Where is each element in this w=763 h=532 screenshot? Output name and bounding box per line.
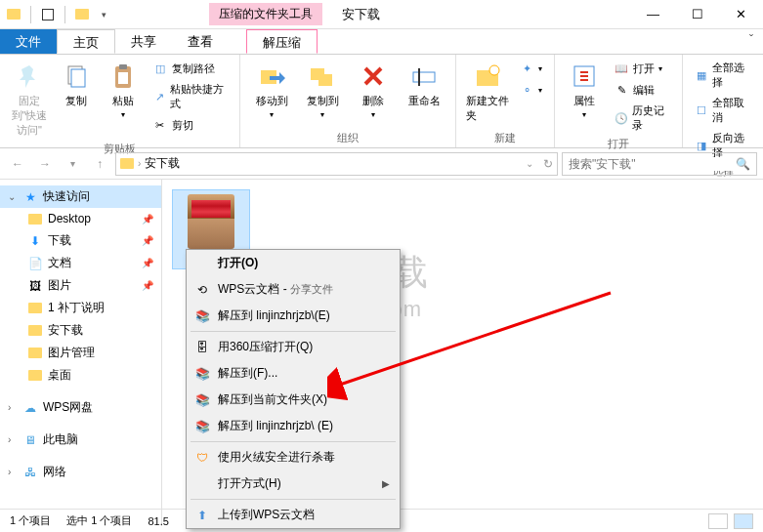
archive-icon: 📚	[194, 392, 210, 408]
properties-button[interactable]: 属性▾	[563, 59, 606, 121]
status-selected-count: 选中 1 个项目	[66, 513, 132, 528]
easy-access-button[interactable]: ⚬▾	[515, 80, 546, 100]
rename-button[interactable]: 重命名	[401, 59, 447, 110]
ribbon-group-organize: 移动到▾ 复制到▾ 删除▾ 重命名 组织	[240, 55, 456, 147]
folder-icon	[27, 323, 43, 339]
move-icon	[256, 61, 287, 92]
view-details-button[interactable]	[708, 513, 728, 529]
scissors-icon: ✂	[152, 117, 168, 133]
paste-shortcut-button[interactable]: ↗粘贴快捷方式	[148, 80, 232, 113]
history-button[interactable]: 🕓历史记录	[610, 102, 674, 135]
rename-icon	[408, 61, 440, 92]
tab-file[interactable]: 文件	[0, 29, 57, 54]
history-icon: 🕓	[614, 110, 627, 126]
menu-item-huorong[interactable]: 🛡使用火绒安全进行杀毒	[187, 444, 400, 471]
sidebar-item-downloads[interactable]: ⬇下载📌	[0, 229, 161, 252]
ribbon-group-open: 属性▾ 📖打开▾ ✎编辑 🕓历史记录 打开	[555, 55, 683, 147]
open-button[interactable]: 📖打开▾	[610, 59, 674, 78]
sidebar-item-patch[interactable]: 1 补丁说明	[0, 297, 161, 319]
menu-item-extract-to-1[interactable]: 📚解压到 linjinzhrjzb\(E)	[187, 303, 400, 329]
delete-button[interactable]: 删除▾	[350, 59, 397, 121]
sidebar-item-pic-mgmt[interactable]: 图片管理	[0, 342, 161, 364]
new-folder-icon	[472, 61, 503, 92]
paste-button[interactable]: 粘贴 ▾	[102, 59, 145, 121]
sidebar-item-desktop2[interactable]: 桌面	[0, 364, 161, 387]
ribbon-expand-button[interactable]: ˇ	[740, 29, 763, 54]
group-label: 打开	[563, 135, 674, 153]
search-icon[interactable]: 🔍	[736, 157, 750, 171]
folder-icon	[120, 158, 134, 169]
properties-icon	[569, 61, 600, 92]
chevron-down-icon: ▾	[658, 64, 662, 73]
sidebar-item-wps[interactable]: ›☁WPS网盘	[0, 396, 161, 419]
blank-icon	[194, 476, 210, 492]
view-large-icons-button[interactable]	[734, 513, 753, 529]
svg-rect-1	[71, 69, 85, 87]
cut-button[interactable]: ✂剪切	[148, 115, 232, 135]
search-input[interactable]	[569, 157, 736, 171]
sidebar-item-quick-access[interactable]: ⌄★快速访问	[0, 185, 161, 208]
folder-icon	[27, 211, 43, 226]
new-item-icon: ✦	[519, 61, 534, 76]
pin-icon: 📌	[142, 235, 153, 246]
minimize-button[interactable]: —	[631, 0, 675, 29]
window-title: 安下载	[342, 6, 380, 23]
copy-button[interactable]: 复制	[55, 59, 98, 110]
sidebar-item-this-pc[interactable]: ›🖥此电脑	[0, 429, 161, 451]
group-label: 组织	[248, 129, 447, 147]
caret-icon: ›	[8, 434, 18, 445]
refresh-icon[interactable]: ↻	[543, 157, 553, 171]
chevron-right-icon: ›	[138, 158, 141, 169]
dropdown-icon[interactable]: ▾	[96, 7, 111, 22]
sidebar-item-desktop[interactable]: Desktop📌	[0, 208, 161, 229]
new-item-button[interactable]: ✦▾	[515, 59, 546, 78]
breadcrumb-segment[interactable]: 安下载	[145, 155, 180, 172]
edit-button[interactable]: ✎编辑	[610, 80, 674, 100]
select-all-button[interactable]: ▦全部选择	[691, 59, 755, 92]
back-button[interactable]: ←	[6, 152, 29, 176]
paste-icon	[107, 61, 139, 92]
status-size: 81.5	[148, 515, 168, 527]
recent-dropdown[interactable]: ▾	[61, 152, 84, 176]
sidebar-item-network[interactable]: ›🖧网络	[0, 461, 161, 483]
menu-item-extract-here[interactable]: 📚解压到当前文件夹(X)	[187, 387, 400, 413]
menu-item-wps-cloud[interactable]: ⟲WPS云文档 - 分享文件	[187, 276, 400, 303]
tab-home[interactable]: 主页	[57, 29, 115, 54]
chevron-down-icon: ▾	[538, 86, 542, 95]
folder-icon	[74, 7, 90, 22]
tab-share[interactable]: 共享	[115, 29, 172, 54]
menu-item-extract-to-2[interactable]: 📚解压到 linjinzhrjzb\ (E)	[187, 413, 400, 439]
checkbox-icon[interactable]	[40, 7, 56, 22]
move-to-button[interactable]: 移动到▾	[248, 59, 295, 121]
archive-icon: 📚	[194, 366, 210, 382]
menu-item-open[interactable]: 打开(O)	[187, 250, 400, 276]
menu-item-extract-to-f[interactable]: 📚解压到(F)...	[187, 360, 400, 387]
sidebar-item-anxz[interactable]: 安下载	[0, 319, 161, 342]
tab-view[interactable]: 查看	[172, 29, 229, 54]
address-bar[interactable]: › 安下载 ⌄ ↻	[115, 152, 558, 176]
chevron-down-icon[interactable]: ⌄	[526, 158, 533, 169]
menu-item-open-with[interactable]: 打开方式(H)▶	[187, 471, 400, 497]
copy-to-button[interactable]: 复制到▾	[299, 59, 346, 121]
sidebar-item-documents[interactable]: 📄文档📌	[0, 252, 161, 274]
menu-item-open-360[interactable]: 🗄用360压缩打开(Q)	[187, 334, 400, 360]
select-none-button[interactable]: ☐全部取消	[691, 94, 755, 127]
share-icon: ⟲	[194, 282, 210, 298]
pc-icon: 🖥	[22, 432, 38, 448]
close-button[interactable]: ✕	[719, 0, 763, 29]
status-item-count: 1 个项目	[10, 513, 51, 528]
sidebar-item-pictures[interactable]: 🖼图片📌	[0, 274, 161, 297]
menu-item-upload-wps[interactable]: ⬆上传到WPS云文档	[187, 502, 400, 528]
maximize-button[interactable]: ☐	[675, 0, 719, 29]
pin-to-quick-access-button[interactable]: 固定到"快速访问"	[8, 59, 51, 140]
navigation-pane: ⌄★快速访问 Desktop📌 ⬇下载📌 📄文档📌 🖼图片📌 1 补丁说明 安下…	[0, 180, 162, 526]
tab-extract[interactable]: 解压缩	[246, 29, 318, 54]
shield-icon: 🛡	[194, 450, 210, 466]
chevron-down-icon: ▾	[371, 110, 375, 119]
forward-button[interactable]: →	[33, 152, 57, 176]
copy-path-button[interactable]: ◫复制路径	[148, 59, 232, 78]
search-box[interactable]: 🔍	[562, 152, 757, 176]
open-icon: 📖	[614, 61, 629, 76]
new-folder-button[interactable]: 新建文件夹	[464, 59, 511, 125]
up-button[interactable]: ↑	[88, 152, 111, 176]
